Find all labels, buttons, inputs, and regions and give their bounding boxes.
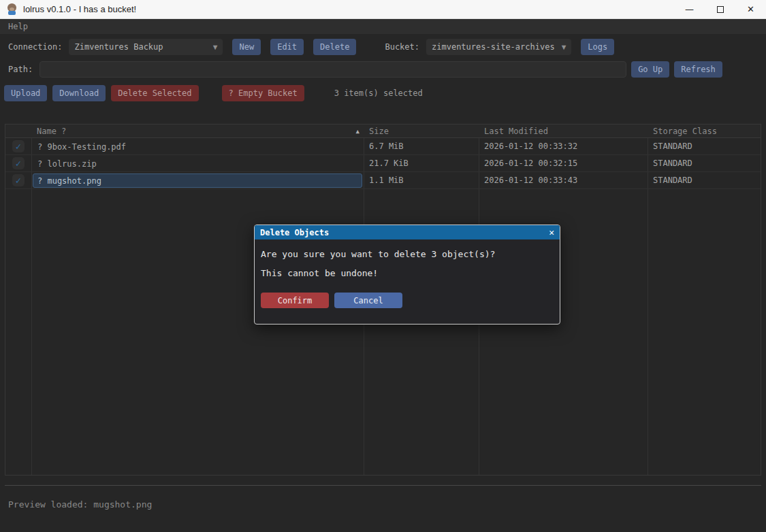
bucket-label: Bucket: bbox=[385, 42, 419, 52]
file-size: 21.7 KiB bbox=[364, 159, 479, 168]
new-connection-button[interactable]: New bbox=[232, 39, 261, 55]
toolbar: Connection: Zimventures Backup ▼ New Edi… bbox=[0, 37, 766, 57]
connection-select[interactable]: Zimventures Backup ▼ bbox=[69, 39, 223, 55]
row-checkbox[interactable]: ✓ bbox=[12, 140, 25, 152]
dialog-message-1: Are you sure you want to delete 3 object… bbox=[261, 249, 554, 259]
bucket-select[interactable]: zimventures-site-archives ▼ bbox=[426, 39, 571, 55]
walrus-app-icon bbox=[6, 3, 18, 15]
menu-help[interactable]: Help bbox=[0, 19, 36, 34]
dialog-titlebar[interactable]: Delete Objects ✕ bbox=[255, 225, 560, 239]
cancel-button[interactable]: Cancel bbox=[334, 293, 402, 308]
file-name[interactable]: ? lolrus.zip bbox=[33, 156, 362, 171]
app-window: lolrus v0.1.0 - I has a bucket! — ✕ Help… bbox=[0, 0, 766, 532]
file-size: 6.7 MiB bbox=[364, 142, 479, 151]
delete-connection-button[interactable]: Delete bbox=[313, 39, 356, 55]
logs-button[interactable]: Logs bbox=[581, 39, 614, 55]
upload-button[interactable]: Upload bbox=[4, 85, 47, 101]
download-button[interactable]: Download bbox=[52, 85, 106, 101]
chevron-down-icon: ▼ bbox=[562, 43, 566, 52]
maximize-icon[interactable] bbox=[705, 0, 735, 18]
file-name[interactable]: ? mugshot.png bbox=[33, 173, 362, 188]
titlebar: lolrus v0.1.0 - I has a bucket! — ✕ bbox=[0, 0, 766, 19]
dialog-body: Are you sure you want to delete 3 object… bbox=[255, 239, 560, 278]
file-modified: 2026-01-12 00:32:15 bbox=[479, 159, 648, 168]
refresh-button[interactable]: Refresh bbox=[674, 61, 722, 78]
connection-value: Zimventures Backup bbox=[74, 42, 163, 52]
action-row: Upload Download Delete Selected ? Empty … bbox=[0, 84, 766, 102]
chevron-down-icon: ▼ bbox=[213, 43, 218, 52]
file-modified: 2026-01-12 00:33:43 bbox=[479, 176, 648, 185]
maximize-box bbox=[717, 6, 724, 13]
path-input[interactable] bbox=[39, 61, 626, 78]
path-label: Path: bbox=[8, 65, 33, 74]
file-storage-class: STANDARD bbox=[648, 176, 761, 185]
dialog-message-2: This cannot be undone! bbox=[261, 268, 554, 278]
table-row[interactable]: ✓ ? lolrus.zip 21.7 KiB 2026-01-12 00:32… bbox=[5, 155, 761, 172]
header-name-label: Name ? bbox=[37, 127, 66, 136]
header-storage-class[interactable]: Storage Class bbox=[648, 124, 761, 137]
selection-status: 3 item(s) selected bbox=[334, 88, 423, 98]
file-name[interactable]: ? 9box-Testing.pdf bbox=[33, 139, 362, 154]
delete-objects-dialog: Delete Objects ✕ Are you sure you want t… bbox=[254, 225, 560, 325]
file-size: 1.1 MiB bbox=[364, 176, 479, 185]
dialog-buttons: Confirm Cancel bbox=[261, 293, 402, 308]
file-storage-class: STANDARD bbox=[648, 159, 761, 168]
go-up-button[interactable]: Go Up bbox=[631, 61, 669, 78]
empty-bucket-button[interactable]: ? Empty Bucket bbox=[222, 85, 304, 101]
bucket-value: zimventures-site-archives bbox=[432, 42, 555, 52]
table-row[interactable]: ✓ ? mugshot.png 1.1 MiB 2026-01-12 00:33… bbox=[5, 172, 761, 189]
connection-label: Connection: bbox=[8, 42, 62, 52]
dialog-close-icon[interactable]: ✕ bbox=[549, 227, 554, 237]
status-text: Preview loaded: mugshot.png bbox=[8, 499, 152, 510]
window-title: lolrus v0.1.0 - I has a bucket! bbox=[23, 4, 136, 14]
row-checkbox[interactable]: ✓ bbox=[12, 157, 25, 169]
dialog-title: Delete Objects bbox=[260, 228, 329, 237]
header-name[interactable]: Name ? ▲ bbox=[31, 124, 364, 137]
menubar: Help bbox=[0, 19, 766, 34]
minimize-icon[interactable]: — bbox=[674, 0, 705, 18]
sort-ascending-icon[interactable]: ▲ bbox=[356, 128, 360, 135]
table-header: Name ? ▲ Size Last Modified Storage Clas… bbox=[5, 124, 761, 138]
path-row: Path: Go Up Refresh bbox=[0, 61, 766, 78]
header-checkbox-column bbox=[5, 124, 31, 137]
file-modified: 2026-01-12 00:33:32 bbox=[479, 142, 648, 151]
confirm-button[interactable]: Confirm bbox=[261, 293, 329, 308]
header-last-modified[interactable]: Last Modified bbox=[479, 124, 648, 137]
close-icon[interactable]: ✕ bbox=[735, 0, 766, 18]
file-storage-class: STANDARD bbox=[648, 142, 761, 151]
header-size[interactable]: Size bbox=[364, 124, 479, 137]
table-row[interactable]: ✓ ? 9box-Testing.pdf 6.7 MiB 2026-01-12 … bbox=[5, 138, 761, 155]
status-divider bbox=[5, 485, 761, 486]
edit-connection-button[interactable]: Edit bbox=[270, 39, 304, 55]
row-checkbox[interactable]: ✓ bbox=[12, 174, 25, 186]
delete-selected-button[interactable]: Delete Selected bbox=[111, 85, 198, 101]
